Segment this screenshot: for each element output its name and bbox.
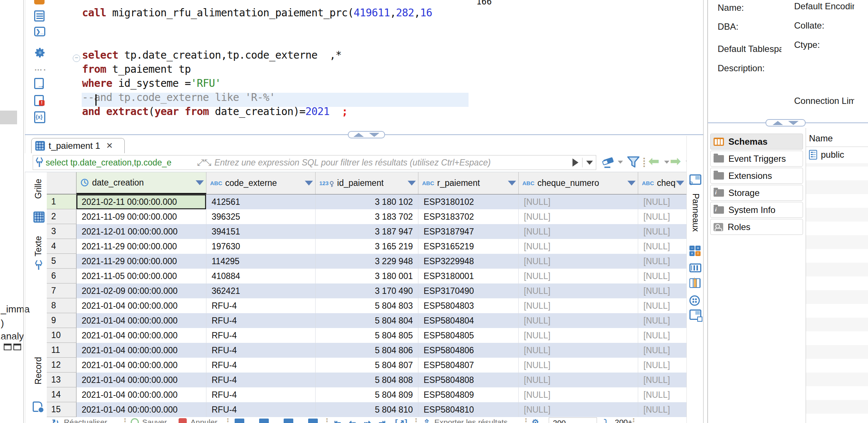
grid-cell[interactable]: 2021-01-04 00:00:00.000 bbox=[76, 373, 206, 387]
grid-cell[interactable]: ESP5804806 bbox=[418, 343, 519, 358]
name-column-header[interactable]: Name bbox=[809, 133, 833, 144]
goto-row-icon[interactable]: [↗] bbox=[395, 418, 407, 423]
refresh-icon[interactable]: ↻ bbox=[52, 418, 59, 423]
code-line[interactable]: --and tp.code_externe like 'R-%' bbox=[82, 91, 469, 105]
eraser-dropdown-icon[interactable] bbox=[618, 161, 623, 164]
table-row[interactable]: 72021-02-09 00:00:00.0003624213 170 490E… bbox=[47, 283, 687, 298]
grid-cell[interactable]: RFU-4 bbox=[206, 373, 316, 387]
grid-cell[interactable]: [NULL] bbox=[638, 343, 687, 358]
grid-cell[interactable]: 3 170 490 bbox=[316, 283, 418, 298]
sql-console-icon[interactable]: ❯_ bbox=[34, 27, 45, 38]
document-xml-icon[interactable]: {x} bbox=[34, 111, 45, 122]
code-line[interactable]: and extract(year from date_creation)=202… bbox=[82, 105, 469, 119]
view-panels-icon[interactable] bbox=[308, 419, 318, 423]
record-icon[interactable] bbox=[33, 401, 42, 412]
row-number[interactable]: 1 bbox=[47, 194, 76, 209]
filter-input-box[interactable]: ❬❭T select tp.date_creation,tp.code_e ⤢⤡… bbox=[33, 155, 596, 170]
execute-statement-icon[interactable] bbox=[34, 0, 45, 4]
grid-cell[interactable]: [NULL] bbox=[638, 373, 687, 387]
grid-cell[interactable]: [NULL] bbox=[638, 269, 687, 283]
table-row[interactable]: 12021-02-11 00:00:00.0004125613 180 102E… bbox=[47, 194, 687, 209]
grid-cell[interactable]: [NULL] bbox=[638, 387, 687, 402]
sql-editor[interactable]: call migration_rfu_alimentation_paiement… bbox=[82, 6, 469, 119]
grid-cell[interactable]: [NULL] bbox=[638, 358, 687, 373]
table-row[interactable]: 112021-01-04 00:00:00.000RFU-45 804 806E… bbox=[47, 343, 687, 358]
grid-cell[interactable]: 396325 bbox=[206, 209, 316, 224]
grid-cell[interactable]: RFU-4 bbox=[206, 402, 316, 417]
view-grid-icon[interactable] bbox=[235, 419, 244, 423]
grid-cell[interactable]: 2021-01-04 00:00:00.000 bbox=[76, 298, 206, 313]
save-label[interactable]: Sauver bbox=[142, 418, 167, 423]
grid-cell[interactable]: [NULL] bbox=[519, 209, 638, 224]
table-row[interactable]: 52021-11-29 00:00:00.0001142953 229 948E… bbox=[47, 254, 687, 269]
grid-cell[interactable]: [NULL] bbox=[519, 373, 638, 387]
collapse-down-icon[interactable] bbox=[369, 133, 379, 137]
grid-cell[interactable]: ESP3180102 bbox=[418, 194, 519, 209]
grid-cell[interactable]: RFU-4 bbox=[206, 343, 316, 358]
grid-cell[interactable]: 2021-02-09 00:00:00.000 bbox=[76, 283, 206, 298]
value-viewer-panel-icon[interactable] bbox=[689, 263, 701, 275]
grid-cell[interactable]: [NULL] bbox=[638, 298, 687, 313]
grid-cell[interactable]: 3 187 947 bbox=[316, 224, 418, 239]
row-number[interactable]: 11 bbox=[47, 343, 76, 358]
grid-cell[interactable]: 197630 bbox=[206, 239, 316, 254]
cancel-label[interactable]: Annuler bbox=[190, 418, 217, 423]
grid-cell[interactable]: 2021-02-11 00:00:00.000 bbox=[76, 194, 206, 209]
grid-cell[interactable]: 2021-11-29 00:00:00.000 bbox=[76, 254, 206, 269]
filter-funnel-icon[interactable] bbox=[626, 155, 640, 169]
code-line[interactable]: select tp.date_creation,tp.code_externe … bbox=[82, 48, 469, 62]
texte-icon[interactable]: ❬❭T bbox=[32, 260, 45, 270]
row-number[interactable]: 5 bbox=[47, 254, 76, 269]
refresh-label[interactable]: Réactualiser bbox=[64, 418, 107, 423]
fetch-more-icon[interactable]: ⤵ bbox=[604, 418, 608, 423]
grid-cell[interactable]: 2021-01-04 00:00:00.000 bbox=[76, 358, 206, 373]
grid-cell[interactable]: [NULL] bbox=[638, 194, 687, 209]
document-error-icon[interactable]: ! bbox=[34, 95, 45, 106]
row-number[interactable]: 3 bbox=[47, 224, 76, 239]
view-record-icon[interactable] bbox=[284, 419, 293, 423]
grid-cell[interactable]: 394151 bbox=[206, 224, 316, 239]
grid-cell[interactable]: [NULL] bbox=[638, 224, 687, 239]
grid-cell[interactable]: 2021-12-01 00:00:00.000 bbox=[76, 224, 206, 239]
table-row[interactable]: 42021-11-29 00:00:00.0001976303 165 219E… bbox=[47, 239, 687, 254]
sort-dropdown-icon[interactable] bbox=[508, 181, 516, 186]
sort-dropdown-icon[interactable] bbox=[676, 181, 684, 186]
grid-cell[interactable]: ESP5804805 bbox=[418, 328, 519, 343]
row-number[interactable]: 2 bbox=[47, 209, 76, 224]
panels-strip-label[interactable]: Panneaux bbox=[691, 193, 701, 232]
panels-toggle-icon[interactable]: ⚙ bbox=[689, 174, 701, 186]
sort-dropdown-icon[interactable] bbox=[196, 180, 204, 185]
grid-cell[interactable]: RFU-4 bbox=[206, 313, 316, 328]
object-item-roles[interactable]: Roles bbox=[710, 219, 803, 235]
column-header-chequ[interactable]: ABCchequ bbox=[638, 172, 687, 194]
grid-cell[interactable]: [NULL] bbox=[519, 194, 638, 209]
settings-gear-icon[interactable]: ⚙ bbox=[532, 418, 539, 423]
grid-cell[interactable]: ESP5804808 bbox=[418, 373, 519, 387]
schema-row-public[interactable]: public bbox=[809, 150, 844, 160]
table-row[interactable]: 142021-01-04 00:00:00.000RFU-45 804 809E… bbox=[47, 387, 687, 402]
execute-script-icon[interactable] bbox=[34, 10, 45, 22]
window-icon[interactable] bbox=[13, 344, 21, 350]
grid-cell[interactable]: 3 229 948 bbox=[316, 254, 418, 269]
grid-cell[interactable]: ESP5804807 bbox=[418, 358, 519, 373]
column-header-date_creation[interactable]: date_creation bbox=[76, 172, 206, 194]
grid-cell[interactable]: RFU-4 bbox=[206, 387, 316, 402]
column-header-r_paiement[interactable]: ABCr_paiement bbox=[418, 172, 519, 194]
table-row[interactable]: 32021-12-01 00:00:00.0003941513 187 947E… bbox=[47, 224, 687, 239]
code-line[interactable] bbox=[82, 34, 469, 48]
clear-filter-eraser-icon[interactable] bbox=[601, 156, 616, 169]
grid-cell[interactable]: 2021-01-04 00:00:00.000 bbox=[76, 313, 206, 328]
row-number[interactable]: 4 bbox=[47, 239, 76, 254]
grid-corner[interactable] bbox=[47, 172, 76, 194]
object-item-system-info[interactable]: System Info bbox=[710, 202, 803, 218]
grid-cell[interactable]: [NULL] bbox=[519, 224, 638, 239]
table-row[interactable]: 22021-11-09 00:00:00.0003963253 183 702E… bbox=[47, 209, 687, 224]
result-tab[interactable]: t_paiement 1 ✕ bbox=[31, 138, 125, 153]
grid-cell[interactable]: [NULL] bbox=[519, 269, 638, 283]
export-result-icon[interactable]: → bbox=[34, 78, 45, 89]
table-row[interactable]: 92021-01-04 00:00:00.000RFU-45 804 804ES… bbox=[47, 313, 687, 328]
grid-cell[interactable]: 5 804 804 bbox=[316, 313, 418, 328]
row-number[interactable]: 7 bbox=[47, 283, 76, 298]
row-number[interactable]: 10 bbox=[47, 328, 76, 343]
row-number[interactable]: 14 bbox=[47, 387, 76, 402]
